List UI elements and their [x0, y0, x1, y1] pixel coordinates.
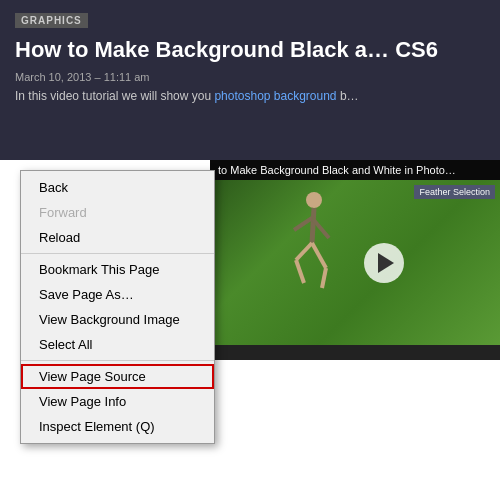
context-menu: Back Forward Reload Bookmark This Page S… [20, 170, 215, 444]
page-excerpt: In this video tutorial we will show you … [15, 89, 485, 103]
video-thumbnail: Feather Selection [210, 180, 500, 345]
video-area: to Make Background Black and White in Ph… [210, 160, 500, 360]
menu-item-select-all[interactable]: Select All [21, 332, 214, 357]
play-button[interactable] [364, 243, 404, 283]
runner-figure [274, 188, 344, 308]
menu-item-page-info[interactable]: View Page Info [21, 389, 214, 414]
page-title: How to Make Background Black a… CS6 [15, 36, 485, 65]
menu-item-save[interactable]: Save Page As… [21, 282, 214, 307]
svg-point-0 [306, 192, 322, 208]
svg-line-6 [296, 243, 312, 260]
separator-2 [21, 360, 214, 361]
svg-line-3 [294, 218, 312, 230]
svg-line-5 [322, 268, 326, 288]
menu-item-view-source[interactable]: View Page Source [21, 364, 214, 389]
menu-item-inspect[interactable]: Inspect Element (Q) [21, 414, 214, 439]
graphics-badge: GRAPHICS [15, 13, 88, 28]
svg-line-1 [312, 208, 314, 243]
menu-item-background[interactable]: View Background Image [21, 307, 214, 332]
menu-item-forward[interactable]: Forward [21, 200, 214, 225]
page-header: GRAPHICS How to Make Background Black a…… [0, 0, 500, 160]
menu-item-back[interactable]: Back [21, 175, 214, 200]
separator-1 [21, 253, 214, 254]
page-date: March 10, 2013 – 11:11 am [15, 71, 485, 83]
svg-line-7 [296, 260, 304, 283]
feather-badge: Feather Selection [414, 185, 495, 199]
menu-item-reload[interactable]: Reload [21, 225, 214, 250]
highlight-text: photoshop background [214, 89, 336, 103]
svg-line-4 [312, 243, 326, 268]
menu-item-bookmark[interactable]: Bookmark This Page [21, 257, 214, 282]
video-title: to Make Background Black and White in Ph… [210, 160, 500, 180]
